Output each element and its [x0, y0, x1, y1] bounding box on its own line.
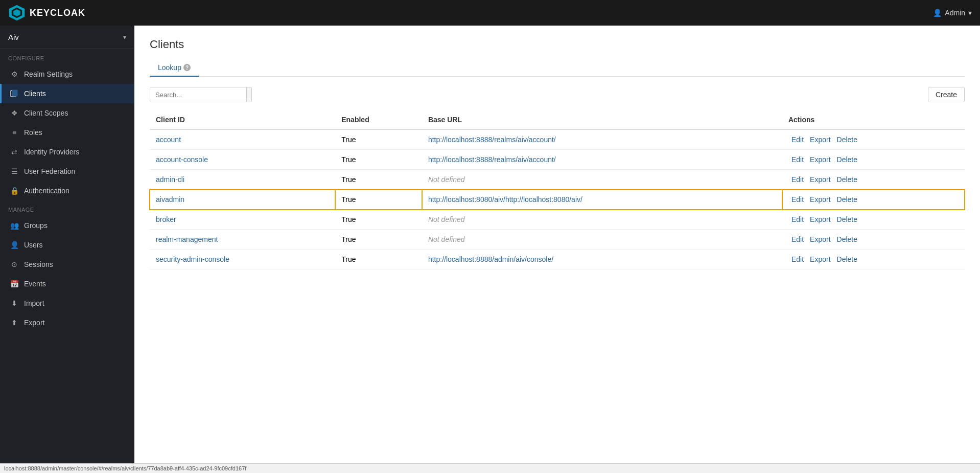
table-row: brokerTrueNot definedEditExportDelete — [150, 210, 965, 230]
cell-enabled: True — [335, 150, 422, 170]
base-url-link[interactable]: http://localhost:8888/admin/aiv/console/ — [428, 255, 553, 263]
roles-icon: ≡ — [10, 128, 19, 137]
tab-lookup-label: Lookup — [158, 63, 181, 72]
tab-lookup[interactable]: Lookup ? — [150, 59, 199, 77]
sidebar-item-export[interactable]: ⬆ Export — [0, 313, 134, 332]
sidebar-item-user-federation[interactable]: ☰ User Federation — [0, 162, 134, 181]
sidebar: Aiv ▾ Configure ⚙ Realm Settings Clients… — [0, 26, 134, 463]
sidebar-item-import[interactable]: ⬇ Import — [0, 294, 134, 313]
export-button[interactable]: Export — [807, 154, 833, 165]
edit-button[interactable]: Edit — [788, 154, 807, 165]
search-create-row: 🔍 Create — [150, 87, 965, 102]
cell-enabled: True — [335, 129, 422, 150]
export-button[interactable]: Export — [807, 194, 833, 205]
sidebar-item-label-import: Import — [24, 299, 44, 307]
delete-button[interactable]: Delete — [834, 194, 860, 205]
create-button[interactable]: Create — [928, 87, 965, 102]
search-box: 🔍 — [150, 87, 252, 102]
sidebar-item-groups[interactable]: 👥 Groups — [0, 216, 134, 235]
user-federation-icon: ☰ — [10, 167, 19, 176]
col-client-id: Client ID — [150, 110, 335, 129]
user-chevron-icon: ▾ — [968, 9, 972, 17]
col-base-url: Base URL — [422, 110, 782, 129]
realm-selector[interactable]: Aiv ▾ — [0, 26, 134, 49]
base-url-link[interactable]: http://localhost:8888/realms/aiv/account… — [428, 155, 556, 164]
delete-button[interactable]: Delete — [834, 154, 860, 165]
client-id-link[interactable]: account — [156, 136, 181, 144]
sidebar-item-client-scopes[interactable]: ❖ Client Scopes — [0, 103, 134, 123]
sessions-icon: ⊙ — [10, 260, 19, 269]
sidebar-item-sessions[interactable]: ⊙ Sessions — [0, 255, 134, 274]
client-id-link[interactable]: realm-management — [156, 235, 218, 243]
table-row: aivadminTruehttp://localhost:8080/aiv/ht… — [150, 190, 965, 210]
export-button[interactable]: Export — [807, 174, 833, 185]
svg-rect-4 — [12, 90, 17, 96]
delete-button[interactable]: Delete — [834, 174, 860, 185]
user-menu[interactable]: 👤 Admin ▾ — [933, 9, 972, 17]
edit-button[interactable]: Edit — [788, 174, 807, 185]
export-button[interactable]: Export — [807, 254, 833, 264]
clients-table: Client ID Enabled Base URL Actions accou… — [150, 110, 965, 269]
edit-button[interactable]: Edit — [788, 194, 807, 205]
authentication-icon: 🔒 — [10, 186, 19, 195]
keycloak-logo-icon — [8, 4, 26, 21]
tab-help-icon[interactable]: ? — [183, 64, 191, 71]
base-url-link[interactable]: http://localhost:8080/aiv/http://localho… — [428, 195, 582, 204]
export-button[interactable]: Export — [807, 214, 833, 224]
manage-section-label: Manage — [0, 200, 134, 216]
sidebar-item-label-roles: Roles — [24, 128, 42, 137]
search-input[interactable] — [150, 88, 246, 102]
sidebar-item-label-client-scopes: Client Scopes — [24, 109, 68, 117]
sidebar-item-label-identity-providers: Identity Providers — [24, 148, 79, 156]
col-actions: Actions — [782, 110, 965, 129]
delete-button[interactable]: Delete — [834, 234, 860, 244]
table-header: Client ID Enabled Base URL Actions — [150, 110, 965, 129]
sidebar-item-users[interactable]: 👤 Users — [0, 235, 134, 255]
client-id-link[interactable]: security-admin-console — [156, 255, 229, 263]
page-title: Clients — [150, 38, 965, 51]
base-url-link[interactable]: http://localhost:8888/realms/aiv/account… — [428, 136, 556, 144]
client-id-link[interactable]: admin-cli — [156, 175, 184, 184]
status-bar: localhost:8888/admin/master/console/#/re… — [0, 463, 980, 473]
base-url-undefined: Not defined — [428, 235, 465, 243]
search-button[interactable]: 🔍 — [246, 87, 252, 102]
import-icon: ⬇ — [10, 299, 19, 308]
client-scopes-icon: ❖ — [10, 108, 19, 118]
sidebar-item-label-realm-settings: Realm Settings — [24, 70, 73, 78]
export-button[interactable]: Export — [807, 234, 833, 244]
edit-button[interactable]: Edit — [788, 234, 807, 244]
delete-button[interactable]: Delete — [834, 134, 860, 145]
sidebar-item-label-groups: Groups — [24, 221, 48, 230]
tabs-row: Lookup ? — [150, 59, 965, 77]
export-button[interactable]: Export — [807, 134, 833, 145]
sidebar-item-clients[interactable]: Clients — [0, 84, 134, 103]
cell-enabled: True — [335, 230, 422, 250]
table-row: account-consoleTruehttp://localhost:8888… — [150, 150, 965, 170]
realm-settings-icon: ⚙ — [10, 70, 19, 79]
col-enabled: Enabled — [335, 110, 422, 129]
edit-button[interactable]: Edit — [788, 254, 807, 264]
realm-name: Aiv — [8, 33, 19, 41]
sidebar-item-events[interactable]: 📅 Events — [0, 274, 134, 294]
edit-button[interactable]: Edit — [788, 134, 807, 145]
base-url-undefined: Not defined — [428, 215, 465, 223]
clients-icon — [10, 89, 19, 98]
sidebar-item-roles[interactable]: ≡ Roles — [0, 123, 134, 142]
realm-chevron-icon: ▾ — [123, 34, 126, 41]
client-id-link[interactable]: account-console — [156, 155, 208, 164]
sidebar-item-label-events: Events — [24, 280, 46, 288]
base-url-undefined: Not defined — [428, 175, 465, 184]
sidebar-item-authentication[interactable]: 🔒 Authentication — [0, 181, 134, 200]
status-url: localhost:8888/admin/master/console/#/re… — [4, 465, 246, 471]
client-id-link[interactable]: broker — [156, 215, 176, 223]
table-body: accountTruehttp://localhost:8888/realms/… — [150, 129, 965, 269]
sidebar-item-identity-providers[interactable]: ⇄ Identity Providers — [0, 142, 134, 162]
cell-enabled: True — [335, 210, 422, 230]
export-icon: ⬆ — [10, 318, 19, 327]
delete-button[interactable]: Delete — [834, 214, 860, 224]
edit-button[interactable]: Edit — [788, 214, 807, 224]
client-id-link[interactable]: aivadmin — [156, 195, 184, 204]
sidebar-item-label-sessions: Sessions — [24, 260, 53, 268]
sidebar-item-realm-settings[interactable]: ⚙ Realm Settings — [0, 64, 134, 84]
delete-button[interactable]: Delete — [834, 254, 860, 264]
